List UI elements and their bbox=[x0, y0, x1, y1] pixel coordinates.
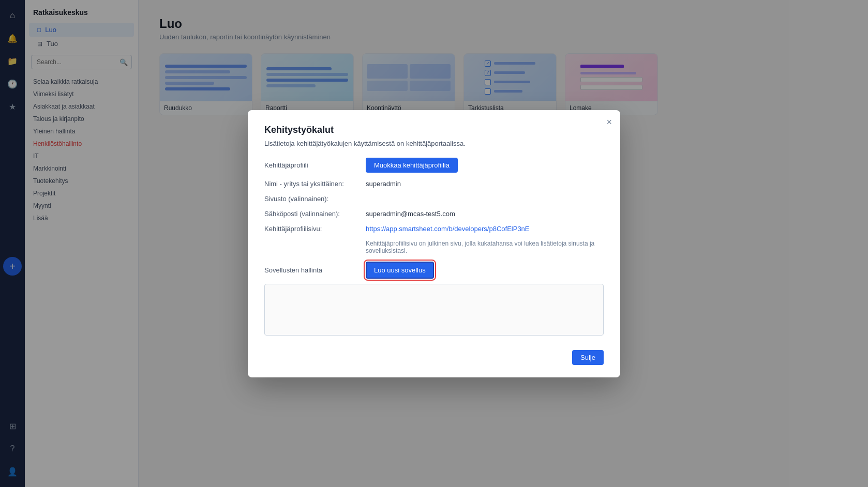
modal-subtitle: Lisätietoja kehittäjätyökalujen käyttämi… bbox=[264, 140, 604, 147]
modal-title: Kehitystyökalut bbox=[264, 125, 604, 135]
edit-developer-profile-button[interactable]: Muokkaa kehittäjäprofiilia bbox=[366, 158, 458, 173]
developer-tools-modal: × Kehitystyökalut Lisätietoja kehittäjät… bbox=[248, 110, 620, 377]
profile-url-row: Kehittäjäprofiilisivu: https://app.smart… bbox=[264, 225, 604, 233]
apps-table bbox=[264, 284, 604, 336]
modal-footer: Sulje bbox=[264, 346, 604, 365]
profile-url-link[interactable]: https://app.smartsheet.com/b/developers/… bbox=[366, 225, 530, 233]
website-label: Sivusto (valinnainen): bbox=[264, 195, 357, 203]
email-label: Sähköposti (valinnainen): bbox=[264, 210, 357, 218]
create-app-button[interactable]: Luo uusi sovellus bbox=[366, 262, 434, 279]
email-row: Sähköposti (valinnainen): superadmin@mca… bbox=[264, 210, 604, 218]
modal-close-button[interactable]: × bbox=[606, 117, 612, 127]
developer-profile-row: Kehittäjäprofiili Muokkaa kehittäjäprofi… bbox=[264, 158, 604, 173]
apps-section-label: Sovellusten hallinta bbox=[264, 266, 357, 274]
profile-url-label: Kehittäjäprofiilisivu: bbox=[264, 225, 357, 233]
apps-section-header: Sovellusten hallinta Luo uusi sovellus bbox=[264, 262, 604, 279]
name-row: Nimi - yritys tai yksittäinen: superadmi… bbox=[264, 180, 604, 188]
profile-note: Kehittäjäprofiilisivu on julkinen sivu, … bbox=[366, 240, 604, 254]
name-label: Nimi - yritys tai yksittäinen: bbox=[264, 180, 357, 188]
name-value: superadmin bbox=[366, 180, 401, 188]
modal-overlay: × Kehitystyökalut Lisätietoja kehittäjät… bbox=[0, 0, 868, 487]
developer-profile-label: Kehittäjäprofiili bbox=[264, 161, 357, 169]
email-value: superadmin@mcas-test5.com bbox=[366, 210, 455, 218]
close-modal-button[interactable]: Sulje bbox=[572, 350, 604, 365]
website-row: Sivusto (valinnainen): bbox=[264, 195, 604, 203]
